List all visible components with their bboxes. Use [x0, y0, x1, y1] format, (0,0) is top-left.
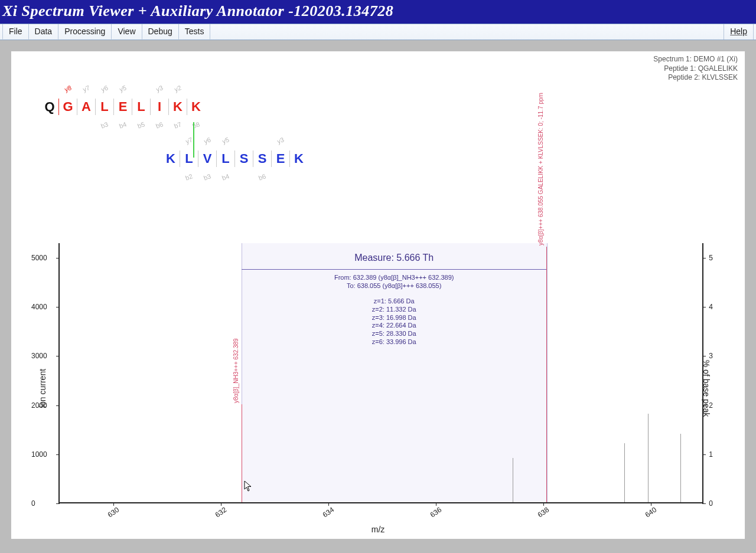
- plot-axes[interactable]: 0100020003000400050000123456306326346366…: [58, 243, 703, 503]
- y-ion-label: y3: [155, 84, 164, 93]
- x-tick: 640: [644, 506, 658, 519]
- residue[interactable]: Sb6: [253, 151, 271, 166]
- peak[interactable]: [680, 434, 681, 502]
- residue[interactable]: Lb5: [132, 99, 150, 114]
- y-tick-left: 3000: [31, 352, 47, 360]
- annotated-peak[interactable]: y8α[β]+++ 638.055 GALELIKK + KLVLSSEK: 0…: [546, 247, 547, 502]
- b-ion-label: b5: [136, 120, 146, 129]
- residue[interactable]: Ay7: [77, 99, 95, 114]
- residue[interactable]: Ey3: [272, 151, 289, 166]
- sequence-panel: QGy8Ay7Ly6b3Ey5b4Lb5Iy3b6Ky2b7Kb8 KLy7b2…: [41, 99, 395, 167]
- peak[interactable]: [513, 458, 513, 502]
- y-ion-label: y6: [203, 136, 211, 145]
- b-ion-label: b3: [203, 172, 212, 181]
- y-ion-label: y8: [63, 84, 72, 93]
- y-ion-label: y3: [276, 136, 285, 145]
- peak[interactable]: [624, 443, 625, 502]
- peak-label: y8α[β]+++ 638.055 GALELIKK + KLVLSSEK: 0…: [537, 93, 544, 247]
- y-ion-label: y5: [221, 136, 230, 145]
- x-tick: 630: [106, 506, 120, 519]
- residue[interactable]: Kb8: [187, 99, 205, 114]
- residue[interactable]: Q: [41, 99, 58, 114]
- measure-title: Measure: 5.666 Th: [354, 253, 434, 263]
- menu-data[interactable]: Data: [29, 24, 59, 40]
- y-tick-right: 0: [709, 499, 713, 508]
- b-ion-label: b6: [155, 120, 164, 129]
- residue[interactable]: Vy6b3: [198, 151, 216, 166]
- y-tick-right: 3: [709, 352, 713, 360]
- spectrum-plot[interactable]: ion current % of base peak m/z 010002000…: [23, 243, 733, 533]
- y-tick-left: 0: [31, 499, 35, 508]
- peak[interactable]: [648, 414, 649, 502]
- measure-mass-list: z=1: 5.666 Daz=2: 11.332 Daz=3: 16.998 D…: [372, 297, 416, 346]
- y-ion-label: y7: [82, 84, 90, 93]
- residue[interactable]: K: [290, 151, 308, 166]
- y-tick-right: 4: [709, 303, 713, 311]
- spectrum-metadata: Spectrum 1: DEMO #1 (Xi) Peptide 1: QGAL…: [653, 55, 738, 83]
- y-tick-left: 1000: [31, 450, 47, 459]
- b-ion-label: b2: [184, 172, 194, 181]
- menu-view[interactable]: View: [112, 24, 142, 40]
- x-axis-label: m/z: [372, 525, 385, 534]
- peptide2-sequence[interactable]: KLy7b2Vy6b3Ly5b4SSb6Ey3K: [162, 150, 395, 167]
- window-title: Xi Spectrum Viewer + Auxiliary Annotator…: [0, 0, 756, 24]
- y-tick-left: 2000: [31, 401, 47, 410]
- annotated-peak[interactable]: y8α[β]_NH3+++ 632.389: [242, 404, 242, 502]
- spectrum-workspace: Spectrum 1: DEMO #1 (Xi) Peptide 1: QGAL…: [11, 51, 745, 539]
- b-ion-label: b3: [100, 120, 109, 129]
- b-ion-label: b4: [118, 120, 128, 129]
- x-tick: 636: [429, 506, 443, 519]
- meta-peptide2: Peptide 2: KLVLSSEK: [653, 73, 738, 83]
- measure-endpoints: From: 632.389 (y8α[β]_NH3+++ 632.389)To:…: [334, 274, 454, 290]
- y-tick-right: 2: [709, 401, 713, 410]
- meta-peptide1: Peptide 1: QGALELIKK: [653, 64, 738, 74]
- residue[interactable]: Ly7b2: [180, 151, 198, 166]
- y-ion-label: y7: [184, 136, 193, 145]
- b-ion-label: b6: [258, 172, 267, 181]
- y-ion-label: y6: [100, 84, 109, 93]
- menu-help[interactable]: Help: [724, 24, 754, 40]
- x-tick: 638: [536, 506, 550, 519]
- menu-debug[interactable]: Debug: [142, 24, 179, 40]
- residue[interactable]: Iy3b6: [151, 99, 168, 114]
- menu-bar: File Data Processing View Debug Tests He…: [0, 24, 756, 40]
- y-tick-right: 5: [709, 254, 713, 262]
- residue[interactable]: Ky2b7: [169, 99, 187, 114]
- residue[interactable]: Ly6b3: [96, 99, 113, 114]
- menu-processing[interactable]: Processing: [58, 24, 112, 40]
- b-ion-label: b4: [221, 172, 230, 181]
- peak-label: y8α[β]_NH3+++ 632.389: [233, 338, 239, 404]
- residue[interactable]: Gy8: [59, 99, 77, 114]
- y-tick-left: 4000: [31, 303, 47, 311]
- menu-tests[interactable]: Tests: [179, 24, 211, 40]
- residue[interactable]: Ly5b4: [217, 151, 234, 166]
- residue[interactable]: S: [235, 151, 253, 166]
- residue[interactable]: K: [162, 151, 180, 166]
- meta-spectrum: Spectrum 1: DEMO #1 (Xi): [653, 55, 738, 64]
- menu-spacer: [210, 24, 724, 40]
- residue[interactable]: Ey5b4: [114, 99, 132, 114]
- b-ion-label: b7: [173, 120, 183, 129]
- measure-bracket: [242, 269, 546, 270]
- menu-file[interactable]: File: [2, 24, 29, 40]
- y-tick-right: 1: [709, 450, 713, 459]
- x-tick: 632: [214, 506, 228, 519]
- y-tick-left: 5000: [31, 254, 47, 262]
- x-tick: 634: [321, 506, 335, 519]
- y-ion-label: y2: [173, 84, 182, 93]
- y-ion-label: y5: [118, 84, 127, 93]
- peptide1-sequence[interactable]: QGy8Ay7Ly6b3Ey5b4Lb5Iy3b6Ky2b7Kb8: [41, 99, 395, 115]
